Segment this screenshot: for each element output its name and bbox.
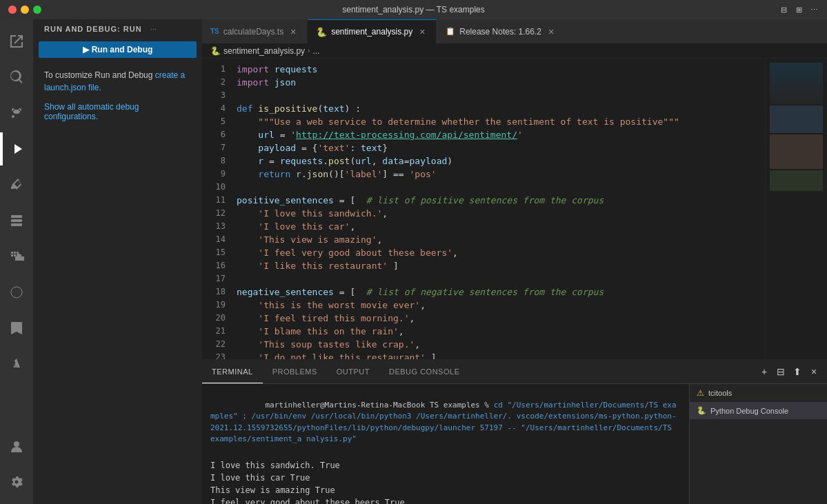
title-bar: sentiment_analysis.py — TS examples ⊟ ⊞ … [0, 0, 827, 19]
code-line-23: 'I do not like this restaurant' ] [231, 351, 765, 359]
activity-bar-bottom [0, 430, 33, 498]
breadcrumb-separator: › [308, 47, 310, 54]
code-line-16: 'I like this restaurant' ] [231, 259, 765, 272]
split-editor-icon[interactable]: ⊟ [779, 5, 788, 14]
code-line-22: 'This soup tastes like crap.', [231, 338, 765, 351]
maximize-button[interactable] [33, 6, 41, 14]
sidebar: RUN AND DEBUG: RUN ··· ▶ Run and Debug T… [33, 19, 202, 504]
line-numbers: 12345 678910 1112131415 1617181920 21222… [202, 59, 231, 359]
terminal-command-line: martinheller@Martins-Retina-MacBook TS e… [210, 388, 681, 456]
title-bar-right: ⊟ ⊞ ⋯ [779, 5, 819, 14]
minimize-button[interactable] [21, 6, 29, 14]
code-line-14: 'This view is amazing', [231, 233, 765, 246]
tab-close-calculatedays[interactable]: × [288, 26, 299, 37]
code-line-6: url = 'http://text-processing.com/api/se… [231, 128, 765, 141]
code-line-8: r = requests.post(url, data=payload) [231, 154, 765, 168]
sidebar-header: RUN AND DEBUG: RUN ··· [33, 19, 202, 36]
layout-icon[interactable]: ⊞ [794, 5, 804, 14]
play-icon: ▶ [83, 45, 89, 54]
release-notes-tab[interactable]: 📋 Release Notes: 1.66.2 × [437, 19, 565, 43]
activity-bar [0, 19, 33, 504]
sidebar-hint: To customize Run and Debug create a laun… [33, 63, 202, 99]
terminal-tab-debug-console[interactable]: DEBUG CONSOLE [379, 360, 469, 383]
terminal-tab-output[interactable]: OUTPUT [327, 360, 379, 383]
terminal-tabs: TERMINAL PROBLEMS OUTPUT DEBUG CONSOLE +… [202, 360, 827, 384]
terminal-maximize-icon[interactable]: ⬆ [790, 364, 805, 379]
code-editor[interactable]: 12345 678910 1112131415 1617181920 21222… [202, 59, 827, 359]
breadcrumb: 🐍 sentiment_analysis.py › ... [202, 43, 827, 59]
minimap-content [766, 59, 827, 195]
terminal-content[interactable]: martinheller@Martins-Retina-MacBook TS e… [202, 384, 689, 504]
activity-account[interactable] [0, 430, 33, 463]
code-line-19: 'this is the worst movie ever', [231, 299, 765, 312]
code-line-20: 'I feel tired this morning.', [231, 312, 765, 325]
debug-more-icon[interactable]: ··· [150, 25, 157, 33]
svg-rect-1 [11, 219, 22, 222]
tab-close-release[interactable]: × [546, 26, 557, 37]
close-button[interactable] [8, 6, 17, 14]
terminal-tab-terminal[interactable]: TERMINAL [202, 360, 263, 383]
py-file-icon: 🐍 [316, 27, 327, 37]
debug-toolbar: ▶ Run and Debug [33, 36, 202, 63]
activity-search[interactable] [0, 61, 33, 94]
terminal-output-line-3: This view is amazing True [210, 484, 681, 496]
code-line-5: """Use a web service to determine whethe… [231, 115, 765, 128]
code-line-13: 'I love this car', [231, 220, 765, 233]
code-line-18: negative_sentences = [ # list of negativ… [231, 285, 765, 299]
code-content[interactable]: import requests import json def is_posit… [231, 59, 765, 359]
auto-configs-link[interactable]: Show all automatic debug configurations. [33, 99, 202, 124]
code-line-3 [231, 89, 765, 102]
window-title: sentiment_analysis.py — TS examples [342, 5, 485, 14]
code-line-1: import requests [231, 63, 765, 76]
code-line-11: positive_sentences = [ # list of positiv… [231, 194, 765, 207]
tab-calculatedays[interactable]: TS calculateDays.ts × [202, 19, 308, 43]
activity-azure[interactable] [0, 347, 33, 381]
editor-area: TS calculateDays.ts × 🐍 sentiment_analys… [202, 19, 827, 504]
terminal-area: TERMINAL PROBLEMS OUTPUT DEBUG CONSOLE +… [202, 359, 827, 504]
code-line-17 [231, 272, 765, 285]
activity-docker[interactable] [0, 240, 33, 273]
activity-run-debug[interactable] [0, 132, 33, 165]
title-bar-left [8, 6, 41, 14]
terminal-output-line-4: I feel very good about these beers True [210, 496, 681, 504]
terminal-output-line-1: I love this sandwich. True [210, 459, 681, 472]
code-line-15: 'I feel very good about these beers', [231, 246, 765, 259]
terminal-right-panel: ⚠ tcitools 🐍 Python Debug Console [689, 384, 827, 504]
terminal-add-icon[interactable]: + [757, 364, 772, 379]
traffic-lights [8, 6, 41, 14]
terminal-output-line-2: I love this car True [210, 472, 681, 484]
warning-icon: ⚠ [697, 388, 704, 398]
terminal-tab-problems[interactable]: PROBLEMS [263, 360, 327, 383]
app-container: RUN AND DEBUG: RUN ··· ▶ Run and Debug T… [0, 19, 827, 504]
svg-rect-0 [11, 215, 22, 218]
terminal-close-icon[interactable]: × [806, 364, 821, 379]
code-line-21: 'I blame this on the rain', [231, 325, 765, 338]
minimap [765, 59, 827, 359]
svg-rect-2 [11, 223, 22, 226]
code-line-2: import json [231, 76, 765, 89]
release-icon: 📋 [446, 27, 455, 36]
python-debug-icon: 🐍 [697, 406, 706, 415]
activity-settings[interactable] [0, 465, 33, 498]
tab-close-sentimentanalysis[interactable]: × [417, 26, 428, 37]
code-line-7: payload = {'text': text} [231, 141, 765, 154]
ts-file-icon: TS [210, 28, 219, 35]
terminal-body: martinheller@Martins-Retina-MacBook TS e… [202, 384, 827, 504]
terminal-panel-tcitools[interactable]: ⚠ tcitools [690, 384, 827, 402]
svg-point-4 [14, 441, 19, 447]
terminal-split-icon[interactable]: ⊟ [773, 364, 788, 379]
activity-kubernetes[interactable] [0, 276, 33, 309]
terminal-panel-python-debug[interactable]: 🐍 Python Debug Console [690, 402, 827, 419]
run-debug-button[interactable]: ▶ Run and Debug [39, 41, 197, 58]
activity-explorer[interactable] [0, 25, 33, 58]
activity-remote-explorer[interactable] [0, 204, 33, 237]
code-line-12: 'I love this sandwich.', [231, 207, 765, 220]
terminal-tab-actions: + ⊟ ⬆ × [757, 360, 827, 383]
breadcrumb-py-icon: 🐍 [210, 46, 221, 56]
activity-extensions[interactable] [0, 168, 33, 201]
tab-sentimentanalysis[interactable]: 🐍 sentiment_analysis.py × [308, 19, 437, 43]
activity-source-control[interactable] [0, 97, 33, 130]
more-actions-icon[interactable]: ⋯ [809, 5, 819, 14]
activity-bookmarks[interactable] [0, 312, 33, 345]
tabs-bar: TS calculateDays.ts × 🐍 sentiment_analys… [202, 19, 827, 43]
